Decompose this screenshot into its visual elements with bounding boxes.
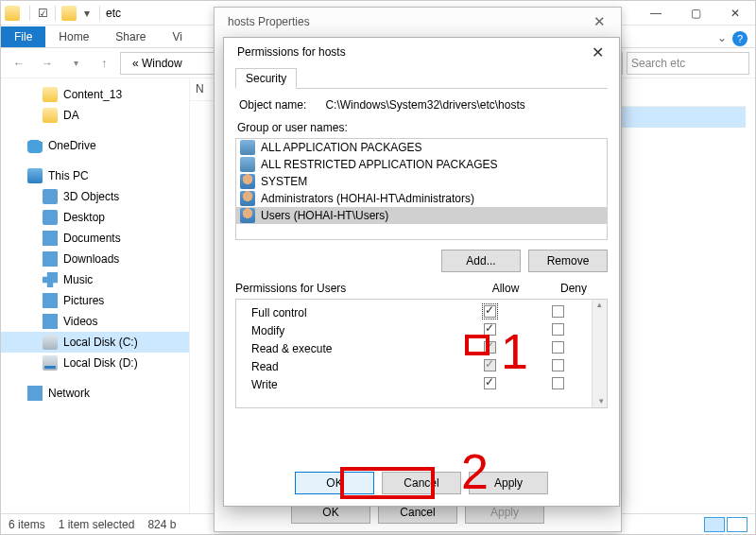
forward-button[interactable]: →: [35, 52, 60, 75]
allow-checkbox[interactable]: [484, 305, 496, 318]
allow-checkbox[interactable]: [484, 323, 496, 336]
drive-icon: [43, 355, 58, 371]
close-button[interactable]: ✕: [585, 13, 613, 30]
deny-cell: [524, 305, 592, 320]
tree-item-label: Local Disk (C:): [63, 336, 138, 349]
tree-item-label: Videos: [63, 315, 97, 328]
object-name-value: C:\Windows\System32\drivers\etc\hosts: [325, 98, 524, 112]
security-tab[interactable]: Security: [235, 68, 297, 89]
tree-item-da[interactable]: DA: [1, 105, 189, 126]
deny-checkbox[interactable]: [552, 305, 564, 318]
file-tab[interactable]: File: [1, 26, 45, 47]
status-selected: 1 item selected: [59, 518, 135, 531]
folder-icon: [5, 6, 20, 21]
tree-item-label: DA: [63, 109, 79, 122]
tree-item-label: Network: [48, 387, 90, 400]
allow-checkbox: [484, 341, 496, 354]
group-buttons: Add... Remove: [235, 240, 608, 278]
deny-cell: [524, 323, 592, 338]
properties-titlebar: hosts Properties ✕: [215, 8, 621, 36]
separator: [29, 6, 30, 21]
maximize-button[interactable]: ▢: [676, 1, 715, 26]
tree-item-music[interactable]: Music: [1, 269, 189, 290]
history-dropdown[interactable]: ▾: [63, 52, 88, 75]
deny-checkbox[interactable]: [552, 341, 564, 354]
deny-checkbox[interactable]: [552, 377, 564, 389]
down-icon: [43, 251, 58, 267]
tree-item-3d-objects[interactable]: 3D Objects: [1, 186, 189, 207]
tree-item-videos[interactable]: Videos: [1, 311, 189, 332]
remove-button[interactable]: Remove: [528, 250, 608, 272]
users-icon: [240, 191, 255, 206]
apply-button[interactable]: Apply: [469, 472, 548, 494]
deny-checkbox[interactable]: [552, 323, 564, 336]
permissions-body: Security Object name: C:\Windows\System3…: [224, 66, 619, 408]
tree-item-label: This PC: [48, 169, 89, 182]
permission-row: Write: [251, 375, 592, 393]
onedrive-icon: [27, 138, 43, 153]
group-item[interactable]: ALL RESTRICTED APPLICATION PACKAGES: [236, 156, 607, 173]
permission-row: Read: [251, 357, 592, 375]
cancel-button[interactable]: Cancel: [382, 472, 461, 494]
help-icon[interactable]: ?: [732, 31, 747, 46]
view-tab[interactable]: Vi: [159, 26, 195, 47]
group-item-label: Administrators (HOHAI-HT\Administrators): [261, 192, 474, 205]
permission-name: Read: [251, 360, 455, 373]
tree-item-downloads[interactable]: Downloads: [1, 249, 189, 269]
add-button[interactable]: Add...: [441, 250, 521, 272]
tree-item-label: Downloads: [63, 252, 119, 266]
group-item[interactable]: ALL APPLICATION PACKAGES: [236, 139, 607, 156]
properties-title: hosts Properties: [228, 15, 310, 28]
home-tab[interactable]: Home: [45, 26, 102, 47]
group-item-label: ALL APPLICATION PACKAGES: [261, 141, 422, 154]
group-icon: [240, 140, 255, 155]
tree-item-label: Content_13: [63, 88, 122, 101]
vid-icon: [43, 314, 58, 329]
tree-item-label: Pictures: [63, 294, 104, 307]
permission-row: Full control: [251, 303, 592, 321]
share-tab[interactable]: Share: [102, 26, 159, 47]
ribbon-chevron-icon[interactable]: ⌄: [717, 31, 727, 44]
desk-icon: [43, 210, 58, 225]
close-button[interactable]: ✕: [583, 43, 611, 61]
tree-item-pictures[interactable]: Pictures: [1, 290, 189, 311]
group-item[interactable]: SYSTEM: [236, 173, 607, 190]
users-icon: [240, 208, 255, 223]
tree-item-local-disk-c-[interactable]: Local Disk (C:): [1, 332, 189, 353]
search-input[interactable]: Search etc: [627, 52, 749, 75]
tree-item-this-pc[interactable]: This PC: [1, 165, 189, 186]
folder-icon: [61, 6, 77, 21]
back-button[interactable]: ←: [7, 52, 31, 75]
tree-item-label: Music: [63, 273, 93, 286]
details-view-button[interactable]: [704, 517, 725, 532]
permissions-footer: OK Cancel Apply: [224, 472, 619, 494]
up-button[interactable]: ↑: [92, 52, 116, 75]
permission-name: Full control: [251, 306, 455, 319]
window-buttons: — ▢ ✕: [636, 1, 755, 26]
deny-checkbox[interactable]: [552, 359, 564, 371]
permissions-header: Permissions for Users Allow Deny: [235, 278, 608, 299]
permission-row: Read & execute: [251, 339, 592, 357]
tree-item-documents[interactable]: Documents: [1, 228, 189, 249]
tree-item-desktop[interactable]: Desktop: [1, 207, 189, 228]
group-listbox[interactable]: ALL APPLICATION PACKAGESALL RESTRICTED A…: [235, 138, 608, 240]
breadcrumb: « Window: [132, 57, 182, 70]
allow-checkbox[interactable]: [484, 377, 496, 389]
tree-item-content-13[interactable]: Content_13: [1, 84, 189, 105]
allow-cell: [455, 341, 524, 356]
scrollbar[interactable]: [592, 300, 607, 407]
group-item[interactable]: Administrators (HOHAI-HT\Administrators): [236, 190, 607, 207]
tree-item-label: 3D Objects: [63, 190, 119, 203]
tree-item-onedrive[interactable]: OneDrive: [1, 135, 189, 156]
tree-item-network[interactable]: Network: [1, 383, 189, 404]
tree-item-local-disk-d-[interactable]: Local Disk (D:): [1, 353, 189, 373]
minimize-button[interactable]: —: [636, 1, 676, 26]
group-item[interactable]: Users (HOHAI-HT\Users): [236, 207, 607, 224]
quickaccess-check-icon[interactable]: ☑: [36, 7, 49, 20]
large-icons-view-button[interactable]: [727, 517, 747, 532]
users-icon: [240, 174, 255, 189]
tree-item-label: OneDrive: [48, 139, 96, 152]
ok-button[interactable]: OK: [295, 472, 374, 494]
allow-cell: [455, 305, 524, 320]
close-button[interactable]: ✕: [715, 1, 755, 26]
